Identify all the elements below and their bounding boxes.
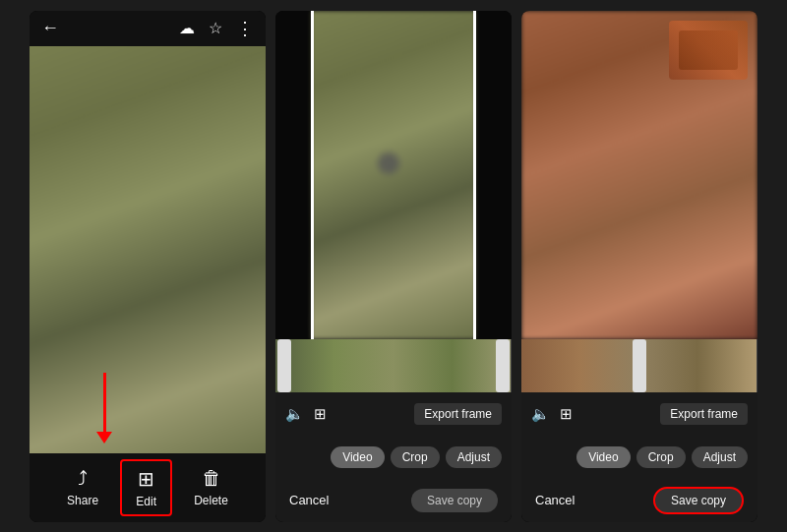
tab-crop-3[interactable]: Crop [636, 446, 686, 468]
edit-icon: ⊞ [138, 467, 154, 491]
frames-icon-2[interactable]: ⊞ [314, 405, 327, 423]
save-copy-btn-2[interactable]: Save copy [411, 489, 498, 512]
video-area-3 [521, 11, 757, 339]
timeline-handle-left-2[interactable] [277, 339, 291, 392]
share-label: Share [67, 494, 98, 507]
export-frame-btn-2[interactable]: Export frame [414, 403, 502, 425]
tabs-row-3: Video Crop Adjust [521, 436, 757, 479]
more-icon[interactable]: ⋮ [236, 18, 254, 39]
share-action[interactable]: ⤴ Share [53, 461, 112, 513]
cancel-btn-3[interactable]: Cancel [535, 493, 575, 507]
video-area-2 [275, 11, 512, 339]
screenshots-container: ← ☁ ☆ ⋮ ⤴ Share ⊞ Edit [0, 0, 787, 532]
blurred-image-1 [30, 46, 266, 453]
timeline-thumbs-2 [275, 339, 512, 392]
video-content-2 [311, 11, 476, 339]
save-copy-btn-3[interactable]: Save copy [653, 487, 744, 514]
bottom-bar-1: ⤴ Share ⊞ Edit 🗑 Delete [30, 453, 266, 522]
phone-screen-2: 🔈 ⊞ Export frame Video Crop Adjust Cance… [275, 11, 512, 522]
upload-icon[interactable]: ☁ [179, 19, 195, 37]
image-area-1 [30, 46, 266, 453]
controls-row-2: 🔈 ⊞ Export frame [275, 392, 512, 436]
volume-icon-2[interactable]: 🔈 [285, 405, 304, 423]
timeline-handle-center-3[interactable] [633, 339, 646, 392]
top-bar-1: ← ☁ ☆ ⋮ [30, 11, 266, 46]
tab-crop-2[interactable]: Crop [391, 446, 440, 468]
share-icon: ⤴ [78, 467, 88, 490]
phone-screen-1: ← ☁ ☆ ⋮ ⤴ Share ⊞ Edit [30, 11, 266, 522]
timeline-strip-3[interactable] [521, 339, 757, 392]
crop-right-border [473, 11, 476, 339]
controls-row-3: 🔈 ⊞ Export frame [521, 392, 757, 436]
cancel-btn-2[interactable]: Cancel [289, 493, 329, 507]
bottom-bar-2: Cancel Save copy [275, 479, 512, 522]
frames-icon-3[interactable]: ⊞ [560, 405, 573, 423]
crop-left-border [311, 11, 314, 339]
tab-adjust-2[interactable]: Adjust [446, 446, 502, 468]
delete-action[interactable]: 🗑 Delete [180, 461, 242, 513]
wood-shape2-3 [679, 30, 738, 70]
phone-screen-3: 🔈 ⊞ Export frame Video Crop Adjust Cance… [521, 11, 757, 522]
volume-icon-3[interactable]: 🔈 [531, 405, 550, 423]
tab-video-2[interactable]: Video [331, 446, 384, 468]
back-icon[interactable]: ← [41, 18, 59, 38]
timeline-handle-right-2[interactable] [496, 339, 510, 392]
rock-blur-2 [374, 148, 403, 178]
tab-video-3[interactable]: Video [576, 446, 630, 468]
timeline-thumb-2 [275, 339, 512, 392]
tab-adjust-3[interactable]: Adjust [692, 446, 748, 468]
edit-action[interactable]: ⊞ Edit [120, 459, 172, 516]
delete-label: Delete [194, 494, 228, 507]
tabs-row-2: Video Crop Adjust [275, 436, 512, 479]
export-frame-btn-3[interactable]: Export frame [660, 403, 748, 425]
edit-label: Edit [136, 495, 156, 508]
star-icon[interactable]: ☆ [209, 19, 222, 37]
right-blur [476, 11, 512, 339]
left-blur [275, 11, 311, 339]
bottom-bar-3: Cancel Save copy [521, 479, 757, 522]
timeline-strip-2[interactable] [275, 339, 512, 392]
delete-icon: 🗑 [202, 467, 221, 490]
